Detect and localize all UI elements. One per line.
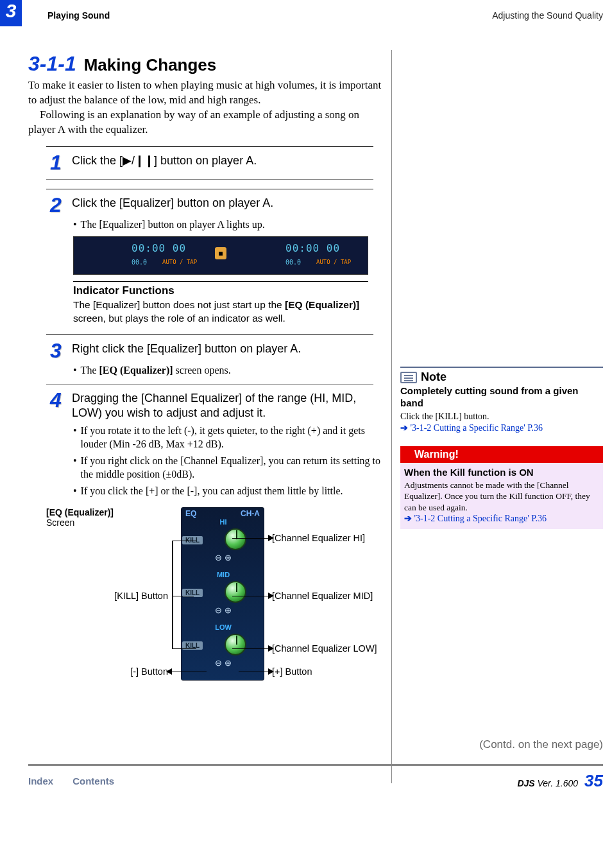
footer-link-index[interactable]: Index	[28, 776, 53, 786]
step-4-sub1: If you rotate it to the left (-), it get…	[81, 424, 387, 451]
note-body: Click the [KILL] button.	[400, 411, 603, 422]
callout-ch-eq-mid: [Channel Equalizer MID]	[272, 591, 373, 601]
section-title: Making Changes	[84, 55, 217, 75]
callout-plus-button: [+] Button	[272, 666, 312, 677]
step-3: 3 Right click the [Equalizer] button on …	[28, 342, 387, 361]
note-box: Note Completely cutting sound from a giv…	[400, 367, 603, 433]
callout-minus-button: [-] Button	[85, 666, 168, 677]
footer-version: DJS Ver. 1.600	[517, 778, 578, 788]
callout-ch-eq-low: [Channel Equalizer LOW]	[272, 643, 377, 654]
warning-box: Warning! When the Kill function is ON Ad…	[400, 446, 603, 530]
warning-header: Warning!	[400, 446, 603, 463]
note-cross-ref-link[interactable]: ➔ '3-1-2 Cutting a Specific Range' P.36	[400, 422, 603, 433]
warning-cross-ref-link[interactable]: ➔ '3-1-2 Cutting a Specific Range' P.36	[404, 513, 599, 524]
footer-page-number: 35	[584, 771, 603, 791]
step-2-sub: The [Equalizer] button on player A light…	[81, 218, 265, 232]
intro-paragraph: To make it easier to listen to when play…	[28, 78, 387, 137]
player-ui-screenshot: 00:00 00 00.0 00:00 00 00.0 AUTO / TAP A…	[73, 236, 368, 275]
step-3-sub: The [EQ (Equalizer)] screen opens.	[81, 363, 231, 378]
step-2-text: Click the [Equalizer] button on player A…	[72, 196, 273, 211]
step-1-text: Click the [▶/❙❙] button on player A.	[72, 153, 257, 168]
eq-diagram: [EQ (Equalizer)] Screen EQ CH-A HI KILL …	[46, 507, 387, 687]
side-column: Note Completely cutting sound from a giv…	[400, 33, 603, 687]
warning-subtitle: When the Kill function is ON	[404, 467, 599, 478]
note-icon	[400, 372, 417, 383]
eq-panel-image: EQ CH-A HI KILL ⊖ ⊕ MID KILL ⊖ ⊕ LOW KIL…	[181, 507, 264, 681]
warning-body: Adjustments cannot be made with the [Cha…	[404, 480, 599, 514]
step-4-sub3: If you click the [+] or the [-], you can…	[81, 484, 343, 498]
indicator-title: Indicator Functions	[73, 284, 368, 297]
step-4-text: Dragging the [Channel Equalizer] of the …	[72, 391, 387, 421]
column-separator	[391, 50, 392, 783]
indicator-functions-block: Indicator Functions The [Equalizer] butt…	[73, 281, 368, 326]
step-number-icon: 1	[46, 152, 65, 173]
page-footer: Index Contents DJS Ver. 1.600 35	[28, 764, 603, 799]
note-subtitle: Completely cutting sound from a given ba…	[400, 385, 603, 410]
step-1: 1 Click the [▶/❙❙] button on player A.	[28, 153, 387, 173]
header-section-right: Adjusting the Sound Quality	[492, 10, 603, 21]
step-4: 4 Dragging the [Channel Equalizer] of th…	[28, 391, 387, 421]
step-2: 2 Click the [Equalizer] button on player…	[28, 196, 387, 215]
step-number-icon: 2	[46, 195, 65, 215]
note-title-text: Note	[421, 370, 446, 384]
chapter-number: 3	[0, 0, 22, 24]
header-section-left: Playing Sound	[47, 10, 110, 21]
step-4-sub2: If you right click on the [Channel Equal…	[81, 454, 387, 482]
step-number-icon: 4	[46, 390, 65, 410]
main-column: 3-1-1 Making Changes To make it easier t…	[28, 33, 387, 687]
step-3-text: Right click the [Equalizer] button on pl…	[72, 342, 301, 356]
continued-label: (Contd. on the next page)	[0, 738, 603, 751]
footer-link-contents[interactable]: Contents	[72, 776, 114, 786]
callout-kill-button: [KILL] Button	[85, 591, 168, 601]
page-header: 3 Playing Sound Adjusting the Sound Qual…	[0, 0, 612, 24]
step-number-icon: 3	[46, 340, 65, 361]
callout-ch-eq-hi: [Channel Equalizer HI]	[272, 533, 365, 543]
section-number: 3-1-1	[28, 52, 76, 76]
